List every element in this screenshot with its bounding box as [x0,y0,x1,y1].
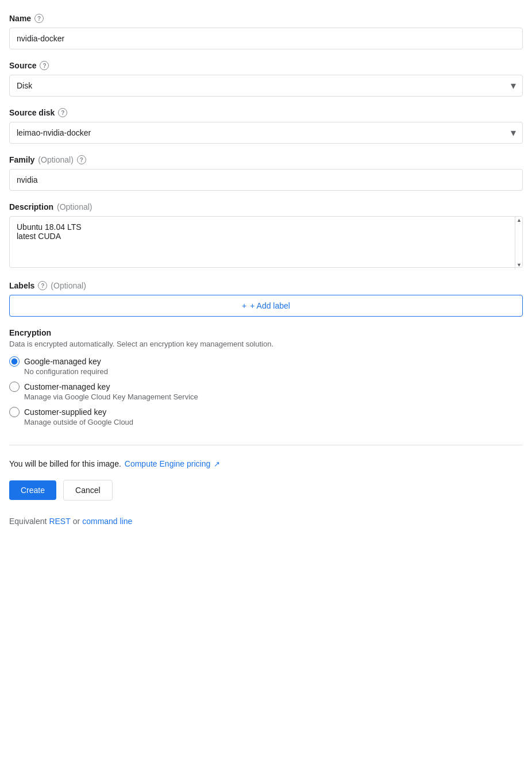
family-help-icon[interactable]: ? [77,155,86,164]
source-label-text: Source [9,61,36,70]
source-disk-label: Source disk ? [9,108,523,117]
description-label: Description (Optional) [9,202,523,211]
labels-label-text: Labels [9,281,34,290]
create-button[interactable]: Create [9,480,56,500]
encryption-section: Encryption Data is encrypted automatical… [9,328,523,431]
google-managed-option: Google-managed key No configuration requ… [9,356,523,376]
command-line-link[interactable]: command line [82,517,132,526]
source-help-icon[interactable]: ? [40,61,49,70]
source-disk-help-icon[interactable]: ? [58,108,67,117]
labels-optional-text: (Optional) [51,281,86,290]
add-label-plus-icon: + [242,301,246,310]
google-managed-label: Google-managed key [24,357,101,366]
add-label-text: + Add label [250,301,290,310]
customer-managed-row: Customer-managed key [9,382,523,392]
customer-supplied-option: Customer-supplied key Manage outside of … [9,407,523,426]
family-input[interactable] [9,169,523,191]
name-label: Name ? [9,14,523,23]
source-disk-field-group: Source disk ? leimao-nvidia-docker ▾ [9,108,523,144]
add-label-button[interactable]: + + Add label [9,295,523,317]
action-buttons: Create Cancel [9,480,523,501]
name-input[interactable] [9,28,523,49]
compute-engine-pricing-link[interactable]: Compute Engine pricing [125,459,210,468]
encryption-desc: Data is encrypted automatically. Select … [9,340,523,348]
billing-row: You will be billed for this image. Compu… [9,459,523,468]
source-field-group: Source ? Disk ▾ [9,61,523,97]
description-optional-text: (Optional) [57,202,92,211]
cancel-button[interactable]: Cancel [63,480,113,501]
source-select[interactable]: Disk [9,75,523,97]
source-label: Source ? [9,61,523,70]
customer-supplied-row: Customer-supplied key [9,407,523,417]
family-field-group: Family (Optional) ? [9,155,523,191]
family-label-text: Family [9,155,34,164]
source-disk-label-text: Source disk [9,108,55,117]
customer-supplied-sublabel: Manage outside of Google Cloud [24,418,523,426]
source-disk-select[interactable]: leimao-nvidia-docker [9,122,523,144]
description-textarea-wrapper: Ubuntu 18.04 LTS latest CUDA ▲ ▼ [9,216,523,270]
family-optional-text: (Optional) [38,155,73,164]
description-label-text: Description [9,202,53,211]
google-managed-radio[interactable] [9,356,20,367]
family-label: Family (Optional) ? [9,155,523,164]
external-link-icon: ↗ [214,460,220,468]
encryption-title: Encryption [9,328,523,337]
customer-supplied-radio[interactable] [9,407,20,417]
or-text: or [73,517,80,526]
customer-managed-label: Customer-managed key [24,382,110,391]
labels-label: Labels ? (Optional) [9,281,523,290]
billing-text: You will be billed for this image. [9,459,121,468]
equivalent-row: Equivalent REST or command line [9,517,523,526]
labels-field-group: Labels ? (Optional) + + Add label [9,281,523,317]
google-managed-sublabel: No configuration required [24,367,523,376]
section-divider [9,445,523,445]
name-field-group: Name ? [9,14,523,49]
customer-managed-option: Customer-managed key Manage via Google C… [9,382,523,401]
rest-link[interactable]: REST [49,517,70,526]
equivalent-text: Equivalent [9,517,47,526]
customer-supplied-label: Customer-supplied key [24,407,106,417]
description-input[interactable]: Ubuntu 18.04 LTS latest CUDA [9,216,523,268]
labels-help-icon[interactable]: ? [38,281,47,290]
description-field-group: Description (Optional) Ubuntu 18.04 LTS … [9,202,523,270]
encryption-radio-group: Google-managed key No configuration requ… [9,356,523,431]
source-disk-select-wrapper: leimao-nvidia-docker ▾ [9,122,523,144]
source-select-wrapper: Disk ▾ [9,75,523,97]
google-managed-row: Google-managed key [9,356,523,367]
name-label-text: Name [9,14,31,23]
name-help-icon[interactable]: ? [34,14,44,23]
customer-managed-sublabel: Manage via Google Cloud Key Management S… [24,392,523,401]
customer-managed-radio[interactable] [9,382,20,392]
